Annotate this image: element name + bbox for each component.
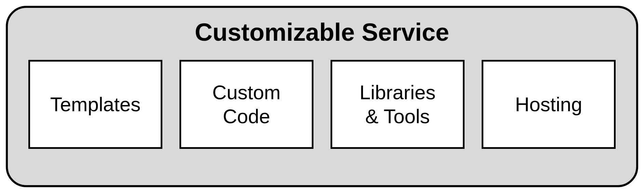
- box-hosting: Hosting: [482, 60, 616, 149]
- service-container: Customizable Service Templates Custom Co…: [6, 6, 638, 187]
- box-templates: Templates: [28, 60, 162, 149]
- service-boxes: Templates Custom Code Libraries & Tools …: [28, 60, 616, 149]
- service-title: Customizable Service: [195, 18, 449, 46]
- box-custom-code: Custom Code: [179, 60, 313, 149]
- box-libraries-tools: Libraries & Tools: [331, 60, 465, 149]
